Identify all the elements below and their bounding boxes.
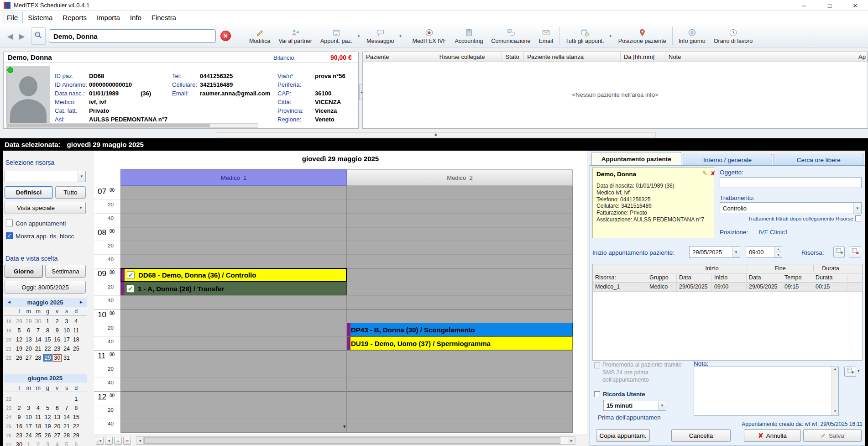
sms-reminder-checkbox[interactable] [594, 362, 600, 368]
toolbar-tutti-gli-appunt-button[interactable]: Tutti gli appunt. [561, 26, 608, 46]
calendar-day[interactable]: 21 [34, 345, 43, 352]
calendar-day[interactable]: 15 [43, 336, 52, 343]
calendar-day[interactable]: 10 [24, 414, 33, 421]
column-header-inizio[interactable]: Inizio [712, 274, 747, 283]
resource-column-header-medico-1[interactable]: Medico_1 [120, 169, 347, 186]
chevron-down-icon[interactable]: ▼ [356, 34, 362, 38]
calendar-day[interactable]: 7 [62, 404, 71, 412]
calendar-day[interactable]: 7 [34, 327, 43, 334]
menu-sistema[interactable]: Sistema [23, 12, 58, 23]
calendar-day[interactable]: 18 [34, 423, 43, 430]
tab-appuntamento-paziente[interactable]: Appuntamento paziente [591, 152, 681, 166]
calendar-day[interactable]: 10 [62, 327, 71, 334]
calendar-day[interactable]: 21 [62, 423, 71, 430]
scroll-right-icon[interactable]: ► [568, 437, 575, 444]
calendar-day[interactable]: 29 [43, 354, 52, 362]
clear-search-icon[interactable]: ✕ [220, 31, 231, 41]
calendar-day[interactable]: 29 [72, 432, 81, 439]
nav-first-button[interactable]: |◄ [96, 437, 104, 445]
info-column-ap[interactable]: Ap [855, 52, 868, 62]
scroll-up-icon[interactable]: ▲ [832, 367, 838, 373]
calendar-day[interactable]: 1 [24, 441, 33, 446]
back-button[interactable]: ◀ [5, 28, 16, 44]
calendar-day[interactable]: 4 [52, 441, 62, 446]
subject-input[interactable] [720, 177, 862, 188]
calendar-day[interactable]: 19 [15, 345, 24, 352]
column-header-data[interactable]: Data [747, 274, 782, 283]
calendar-day[interactable]: 22 [72, 423, 81, 430]
calendar-day[interactable]: 5 [62, 441, 71, 446]
scroll-left-icon[interactable]: ◄ [136, 437, 144, 444]
appointment[interactable]: ✔1 - A, Donna (28) / Transfer [120, 282, 347, 295]
calendar-day[interactable]: 4 [72, 318, 81, 325]
calendar-day[interactable]: 5 [15, 327, 24, 334]
tab-interno-generale[interactable]: Interno / generale [683, 154, 773, 166]
calendar-day[interactable]: 13 [52, 414, 62, 421]
calendar-day[interactable]: 4 [34, 404, 43, 412]
info-column-da-hh-mm[interactable]: Da [hh:mm] [621, 52, 665, 62]
delete-button[interactable]: Cancella [671, 429, 731, 442]
chevron-down-icon[interactable]: ▼ [608, 34, 614, 38]
add-resource-button[interactable] [833, 247, 845, 257]
remind-user-checkbox[interactable] [594, 391, 600, 397]
scrollbar-thumb[interactable] [7, 124, 210, 127]
toolbar-info-giorno-button[interactable]: Info giorno [675, 26, 710, 46]
remove-patient-icon[interactable]: ✘ [711, 170, 715, 177]
calendar-day[interactable]: 22 [43, 345, 52, 352]
info-column-risorse-collegate[interactable]: Risorse collegate [436, 52, 502, 62]
calendar-day[interactable]: 3 [62, 318, 71, 325]
calendar-day[interactable]: 2 [52, 318, 62, 325]
toolbar-messaggio-button[interactable]: Messaggio [362, 26, 398, 46]
chevron-down-icon[interactable]: ▼ [398, 34, 404, 38]
treatment-select[interactable]: Controllo ▼ [720, 202, 862, 214]
save-button[interactable]: ✔Salva [803, 429, 862, 442]
patient-card-scrollbar[interactable] [6, 123, 258, 128]
info-column-stato[interactable]: Stato [502, 52, 524, 62]
toolbar-accounting-button[interactable]: Accounting [451, 26, 487, 46]
patient-search-input[interactable] [49, 29, 216, 43]
forward-button[interactable]: ▶ [16, 28, 27, 44]
calendar-day[interactable]: 31 [62, 354, 71, 362]
start-time-spinner[interactable]: 09:00 ▲▼ [746, 246, 782, 258]
spin-down-icon[interactable]: ▼ [775, 252, 782, 258]
calendar-day[interactable]: 8 [72, 404, 81, 412]
scheduler-horizontal-scrollbar[interactable]: ◄ ► [136, 436, 575, 445]
calendar-day[interactable]: 9 [15, 414, 24, 421]
calendar-day[interactable]: 2 [34, 441, 43, 446]
toolbar-vai-al-partner-button[interactable]: Vai al partner [275, 26, 316, 46]
calendar-day[interactable]: 28 [34, 354, 43, 362]
calendar-day[interactable]: 3 [43, 441, 52, 446]
menu-reports[interactable]: Reports [58, 12, 92, 23]
edit-pencil-icon[interactable]: ✎ [702, 170, 707, 177]
add-button[interactable]: + [114, 437, 122, 445]
calendar-day[interactable]: 19 [43, 423, 52, 430]
calendar-day[interactable]: 18 [72, 336, 81, 343]
calendar-day[interactable]: 2 [15, 404, 24, 412]
calendar-day[interactable]: 12 [15, 336, 24, 343]
info-column-paziente-nella-stanza[interactable]: Paziente nella stanza [524, 52, 621, 62]
calendar-day[interactable]: 6 [24, 327, 33, 334]
chevron-down-icon[interactable]: ▼ [658, 400, 666, 410]
cancel-button[interactable]: ✘Annulla [744, 429, 801, 442]
calendar-day[interactable]: 12 [43, 414, 52, 421]
close-button[interactable]: ✕ [842, 0, 868, 11]
toolbar-comunicazione-button[interactable]: Comunicazione [487, 26, 534, 46]
maximize-button[interactable]: □ [817, 0, 842, 11]
menu-importa[interactable]: Importa [92, 12, 125, 23]
column-header-tempo[interactable]: Tempo [782, 274, 813, 283]
remove-resource-button[interactable] [849, 247, 861, 257]
column-header-durata[interactable]: Durata [813, 274, 847, 283]
calendar-day[interactable]: 28 [15, 318, 24, 325]
menu-finestra[interactable]: Finestra [146, 12, 181, 23]
calendar-day[interactable]: 30 [15, 441, 24, 446]
calendar-day[interactable]: 26 [15, 354, 24, 362]
calendar-day[interactable]: 17 [62, 336, 71, 343]
calendar-day[interactable]: 27 [52, 432, 62, 439]
calendar-day[interactable]: 3 [24, 404, 33, 412]
calendar-day[interactable]: 20 [52, 423, 62, 430]
toolbar-meditex-ivf-button[interactable]: MedITEX IVF [408, 26, 450, 46]
calendar-day[interactable]: 26 [43, 432, 52, 439]
calendar-day[interactable]: 15 [72, 414, 81, 421]
calendar-day[interactable]: 9 [52, 327, 62, 334]
column-header-gruppo[interactable]: Gruppo [647, 274, 677, 283]
